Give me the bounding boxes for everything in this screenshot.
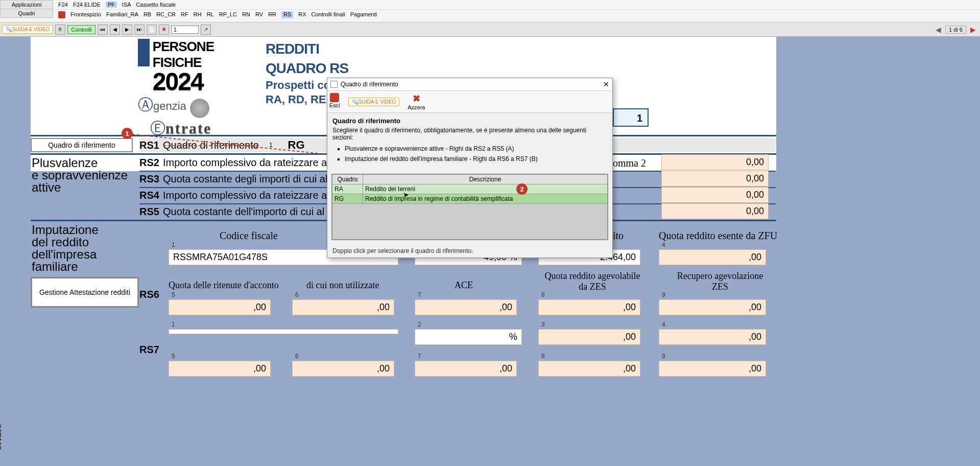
menu-rccr[interactable]: RC_CR [156, 11, 176, 18]
rs3-label: Quota costante degli importi di cui al r [163, 173, 334, 185]
applicazioni-button[interactable]: Applicazioni [0, 0, 53, 9]
rs3-code: RS3 [139, 173, 163, 185]
rs1-col: 1 [269, 142, 273, 149]
module-tabs: F24 F24 ELIDE PF ISA Cassetto fiscale [53, 0, 980, 9]
menu-rf[interactable]: RF [181, 11, 188, 18]
goto-icon[interactable]: ↗ [201, 25, 211, 35]
stop-icon [330, 93, 339, 102]
rs6-v5[interactable]: ,00 [169, 299, 271, 315]
clear-icon: ✖ [413, 93, 420, 104]
quadro-riferimento-button[interactable]: Quadro di riferimento [31, 138, 133, 152]
menu-pagamenti[interactable]: Pagamenti [350, 11, 377, 18]
page-number-input[interactable] [171, 26, 199, 34]
rs7-v6[interactable]: ,00 [292, 361, 394, 377]
rs7-qz[interactable]: ,00 [659, 329, 766, 345]
rs7-cf[interactable] [169, 329, 398, 334]
rs4-value[interactable]: 0,00 [661, 187, 769, 203]
rs6-v8[interactable]: ,00 [538, 299, 640, 315]
rs7-n4: 4 [662, 321, 665, 328]
rs5-value[interactable]: 0,00 [661, 203, 769, 219]
menu-rn[interactable]: RN [242, 11, 250, 18]
dialog-row-ra[interactable]: RAReddito dei terreni [332, 184, 608, 194]
menu-rb[interactable]: RB [144, 11, 151, 18]
annotation-2: 2 [516, 183, 528, 195]
rs6-n4: 4 [662, 241, 665, 248]
last-page-icon[interactable]: ⏭ [134, 25, 145, 35]
rs6-v6[interactable]: ,00 [292, 299, 394, 315]
rs5-code: RS5 [139, 206, 163, 218]
copy-icon[interactable]: 📄 [147, 25, 157, 35]
rs6-n1: 1 [172, 241, 175, 248]
menu-rplc[interactable]: RP_LC [219, 11, 237, 18]
tab-f24elide[interactable]: F24 ELIDE [73, 2, 101, 8]
prev-page-icon[interactable]: ◀ [110, 25, 120, 35]
guida-video-button[interactable]: 🔍GUIDA E VIDEO [2, 25, 53, 34]
rs2-label: Importo complessivo da rateizzare ai [163, 157, 329, 169]
rs2-value[interactable]: 0,00 [661, 154, 769, 170]
tab-f24[interactable]: F24 [58, 2, 68, 8]
export-icon[interactable]: ⎘ [55, 25, 65, 35]
rs7-v5[interactable]: ,00 [169, 361, 271, 377]
dialog-close-icon[interactable]: ✕ [603, 80, 609, 88]
rs7-v9[interactable]: ,00 [659, 361, 766, 377]
delete-icon[interactable]: ✖ [159, 25, 169, 35]
dialog-azzera-button[interactable]: ✖ Azzera [408, 93, 425, 110]
menu-rs[interactable]: RS [281, 11, 293, 18]
dialog-guida-button[interactable]: 🔍GUIDA E VIDEO [348, 98, 399, 106]
emblem-icon [190, 99, 209, 118]
menu-rx[interactable]: RX [298, 11, 306, 18]
pdf-icon[interactable] [58, 11, 65, 18]
controlli-button[interactable]: Controlli [67, 25, 95, 34]
dialog-icon [330, 81, 338, 88]
rs7-v8[interactable]: ,00 [538, 361, 640, 377]
redditi-label: REDDITI [266, 41, 348, 57]
menu-rv[interactable]: RV [255, 11, 263, 18]
quadri-button[interactable]: Quadri [0, 9, 53, 18]
rs7-qr[interactable]: ,00 [538, 329, 640, 345]
rs1-value: RG [288, 138, 305, 152]
section-imputazione: Imputazionedel redditodell'impresafamili… [32, 224, 99, 273]
menu-rl[interactable]: RL [207, 11, 214, 18]
scroll-left-icon[interactable]: ◀ [934, 26, 943, 34]
entrate-e-icon: Ⓔ [150, 120, 165, 136]
first-page-icon[interactable]: ⏮ [98, 25, 108, 35]
tab-pf[interactable]: PF [106, 2, 117, 8]
col-quota-zfu: Quota reddito esente da ZFU [659, 230, 777, 242]
rs7-n8: 8 [541, 353, 545, 360]
app-bar: Applicazioni Quadri F24 F24 ELIDE PF ISA… [0, 0, 980, 22]
rs6-qz[interactable]: ,00 [659, 249, 766, 265]
dialog-row-rg[interactable]: RGReddito di impresa in regime di contab… [332, 194, 608, 204]
menu-controlli-finali[interactable]: Controlli finali [312, 11, 345, 18]
dialog-table: QuadroDescrizione RAReddito dei terreni … [331, 174, 608, 240]
scroll-right-icon[interactable]: ▶ [968, 26, 978, 34]
tab-isa[interactable]: ISA [122, 2, 131, 8]
dialog-instructions: Scegliere il quadro di riferimento, obbl… [332, 127, 607, 141]
mod-n-box: 1 [613, 108, 649, 127]
rs6-n6: 6 [295, 291, 299, 298]
rs6-v9[interactable]: ,00 [659, 299, 766, 315]
rs7-qp[interactable]: % [415, 329, 522, 345]
rs7-v7[interactable]: ,00 [415, 361, 517, 377]
rs6-n9: 9 [662, 291, 665, 298]
rs6-v7[interactable]: ,00 [415, 299, 517, 315]
gestione-attestazione-button[interactable]: Gestione Attestazione redditi [31, 277, 139, 308]
rs7-n3: 3 [541, 321, 545, 328]
rs6-n8: 8 [541, 291, 545, 298]
menu-frontespizio[interactable]: Frontespizio [70, 11, 101, 18]
dialog-esci-button[interactable]: Esci [329, 93, 340, 110]
logo-block: PERSONE FISICHE 2024 Ⓐgenzia Ⓔntrate [138, 39, 260, 139]
quadro-rs-label: QUADRO RS [266, 60, 348, 77]
agenzia-bot-label: ntrate [165, 120, 211, 136]
rs6-n5: 5 [172, 291, 175, 298]
rs4-code: RS4 [139, 190, 163, 201]
dialog-footer-hint: Doppio click per selezionare il quadro d… [327, 244, 612, 258]
tab-cassetto[interactable]: Cassetto fiscale [136, 2, 176, 8]
menu-rh[interactable]: RH [194, 11, 202, 18]
rs3-value[interactable]: 0,00 [661, 171, 769, 187]
next-page-icon[interactable]: ▶ [122, 25, 132, 35]
rs2-code: RS2 [139, 157, 163, 169]
menu-rr[interactable]: RR [268, 11, 276, 18]
menu-familiari[interactable]: Familiari_RA [106, 11, 138, 18]
rs7-n9: 9 [662, 353, 665, 360]
persone-fisiche-label: PERSONE FISICHE [153, 39, 260, 71]
